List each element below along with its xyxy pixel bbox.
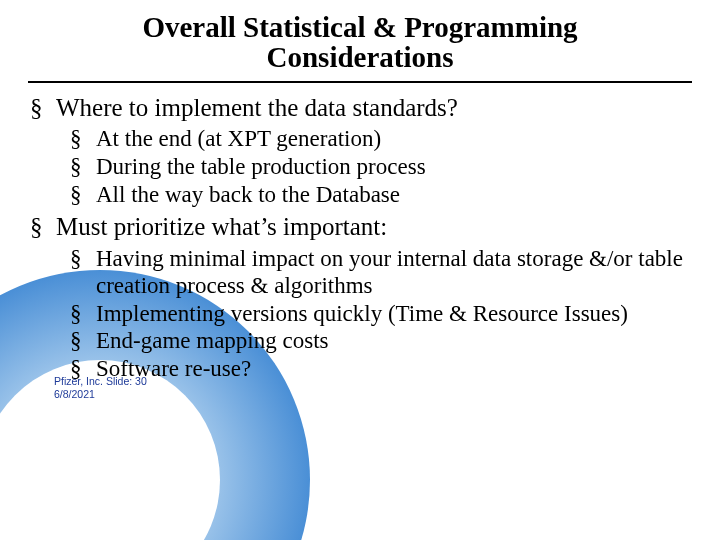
slide: Overall Statistical & Programming Consid…	[0, 0, 720, 540]
slide-footer: Pfizer, Inc. Slide: 30 6/8/2021	[54, 375, 718, 401]
sub-bullet: Implementing versions quickly (Time & Re…	[70, 300, 692, 328]
bullet-2-sublist: Having minimal impact on your internal d…	[56, 245, 692, 383]
content-area: Where to implement the data standards? A…	[28, 93, 692, 383]
title-underline	[28, 81, 692, 83]
bullet-2-text: Must prioritize what’s important:	[56, 213, 387, 240]
sub-bullet: Having minimal impact on your internal d…	[70, 245, 692, 300]
bullet-2: Must prioritize what’s important: Having…	[30, 212, 692, 382]
sub-bullet: At the end (at XPT generation)	[70, 125, 692, 153]
sub-bullet: End-game mapping costs	[70, 327, 692, 355]
slide-title: Overall Statistical & Programming Consid…	[28, 12, 692, 79]
title-line-2: Considerations	[267, 41, 454, 73]
sub-bullet: During the table production process	[70, 153, 692, 181]
footer-date: 6/8/2021	[54, 388, 718, 401]
bullet-1-sublist: At the end (at XPT generation) During th…	[56, 125, 692, 208]
footer-org-slide: Pfizer, Inc. Slide: 30	[54, 375, 718, 388]
sub-bullet: All the way back to the Database	[70, 181, 692, 209]
bullet-list: Where to implement the data standards? A…	[30, 93, 692, 383]
title-line-1: Overall Statistical & Programming	[142, 11, 577, 43]
bullet-1: Where to implement the data standards? A…	[30, 93, 692, 208]
bullet-1-text: Where to implement the data standards?	[56, 94, 458, 121]
